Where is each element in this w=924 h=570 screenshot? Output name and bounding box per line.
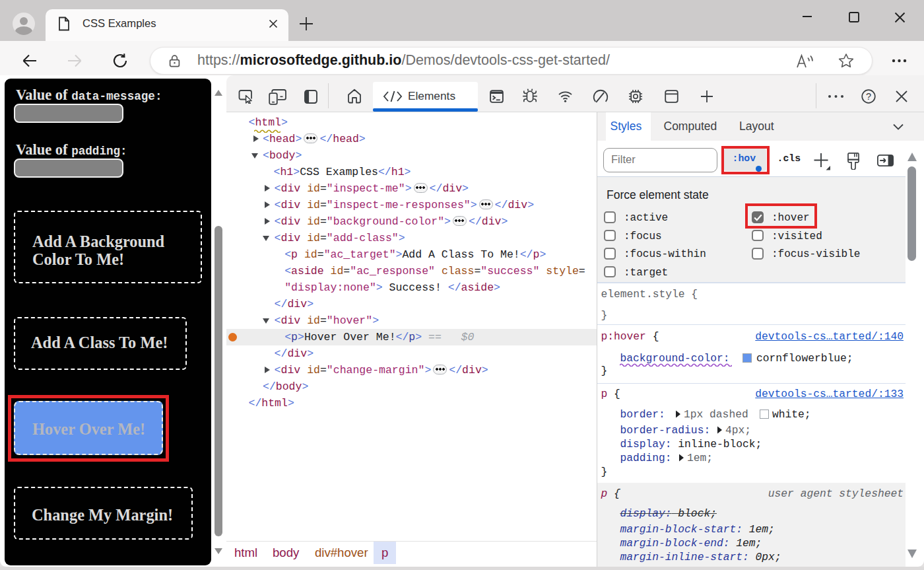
svg-text:?: ? [866, 91, 871, 102]
